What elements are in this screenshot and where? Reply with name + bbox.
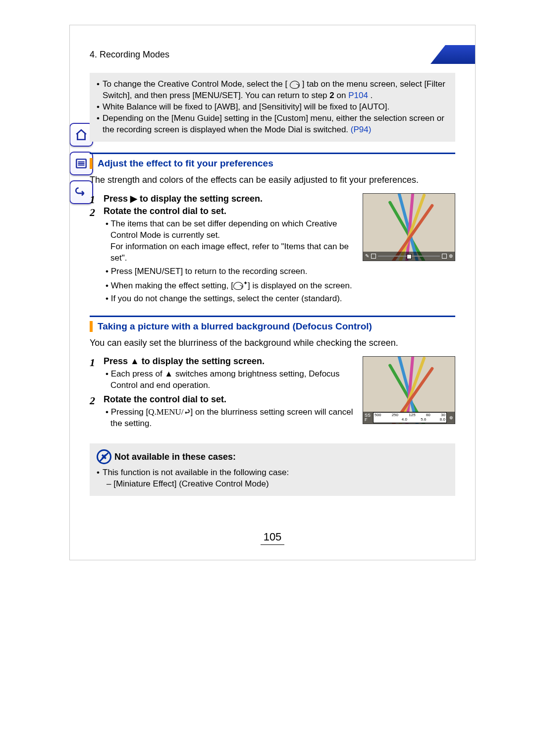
section2-step1: Press ▲ to display the setting screen. bbox=[104, 356, 357, 367]
example-image-defocus: SSF 5002501256030 4.05.68.0 ⊕ bbox=[363, 356, 455, 424]
section2-intro: You can easily set the blurriness of the… bbox=[90, 337, 455, 349]
page-number: 105 bbox=[90, 531, 455, 545]
section1-intro: The strength and colors of the effects c… bbox=[90, 174, 455, 186]
step-number-1: 1 bbox=[90, 193, 104, 206]
note-3: Depending on the [Menu Guide] setting in… bbox=[103, 113, 444, 134]
breadcrumb: 4. Recording Modes bbox=[70, 45, 475, 64]
link-p104[interactable]: P104 bbox=[348, 91, 368, 100]
return-icon bbox=[184, 409, 191, 415]
s1-bullet-4: • If you do not change the settings, sel… bbox=[104, 293, 357, 305]
s1-bullet-1: • The items that can be set differ depen… bbox=[104, 218, 357, 264]
section-title-adjust: Adjust the effect to fit your preference… bbox=[90, 158, 455, 169]
s1-bullet-2: • Press [MENU/SET] to return to the reco… bbox=[104, 266, 357, 277]
wb-overlay-icon: ⊕ bbox=[449, 253, 453, 259]
step-number-2b: 2 bbox=[90, 394, 104, 407]
note-1-a: To change the Creative Control Mode, sel… bbox=[103, 79, 287, 89]
s2-bullet-2: • Pressing [Q.MENU/] on the blurriness s… bbox=[104, 407, 357, 430]
not-available-title: Not available in these cases: bbox=[114, 451, 236, 463]
note-1-step: 2 bbox=[329, 91, 334, 100]
palette-adjust-icon bbox=[233, 282, 243, 290]
f-label: F bbox=[365, 418, 371, 422]
divider bbox=[90, 316, 455, 317]
s1-bullet-3: • When making the effect setting, [✦] is… bbox=[104, 279, 357, 292]
divider bbox=[90, 153, 455, 154]
section1-step1: Press ▶ to display the setting screen. bbox=[104, 193, 357, 204]
not-available-box: ✖ Not available in these cases: •This fu… bbox=[90, 443, 455, 496]
na-line-1: This function is not available in the fo… bbox=[103, 467, 289, 479]
palette-icon bbox=[290, 81, 300, 89]
prohibited-icon: ✖ bbox=[97, 449, 111, 464]
breadcrumb-text: 4. Recording Modes bbox=[90, 50, 169, 60]
s2-bullet-1: • Each press of ▲ switches among brightn… bbox=[104, 369, 357, 391]
effect-slider bbox=[378, 256, 440, 257]
section1-step2: Rotate the control dial to set. bbox=[104, 206, 357, 216]
step-number-2: 2 bbox=[90, 206, 104, 219]
na-line-2: – [Miniature Effect] (Creative Control M… bbox=[97, 479, 448, 490]
example-image-effect: ✎ ⊕ bbox=[363, 193, 455, 261]
note-2: White Balance will be fixed to [AWB], an… bbox=[103, 102, 389, 113]
wb-overlay-icon: ⊕ bbox=[448, 415, 455, 420]
step-number-1b: 1 bbox=[90, 356, 104, 369]
section-title-defocus: Taking a picture with a blurred backgrou… bbox=[90, 321, 455, 332]
section2-step2: Rotate the control dial to set. bbox=[104, 394, 357, 405]
note-1-on: on bbox=[337, 91, 349, 100]
link-p94[interactable]: (P94) bbox=[351, 125, 372, 134]
palette-overlay-icon: ✎ bbox=[365, 253, 369, 259]
defocus-scale: 5002501256030 4.05.68.0 bbox=[373, 412, 447, 423]
notes-box: • To change the Creative Control Mode, s… bbox=[90, 73, 455, 142]
